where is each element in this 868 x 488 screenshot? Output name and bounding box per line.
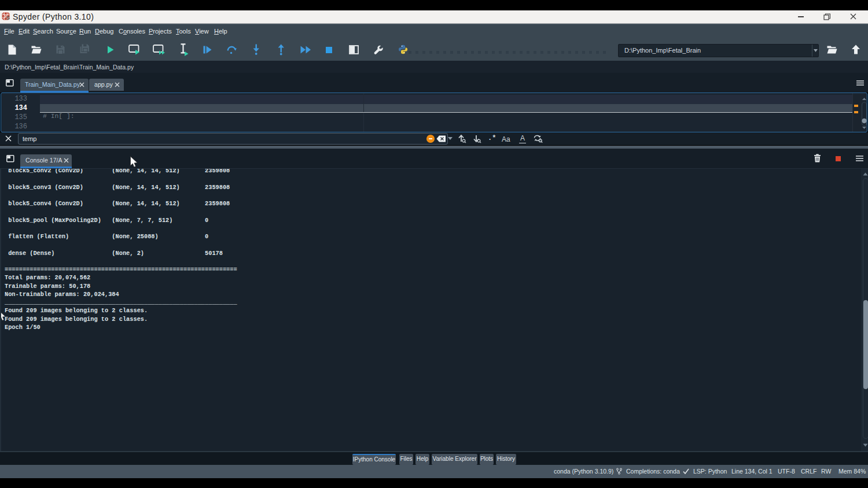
svg-text:S: S: [6, 14, 9, 21]
